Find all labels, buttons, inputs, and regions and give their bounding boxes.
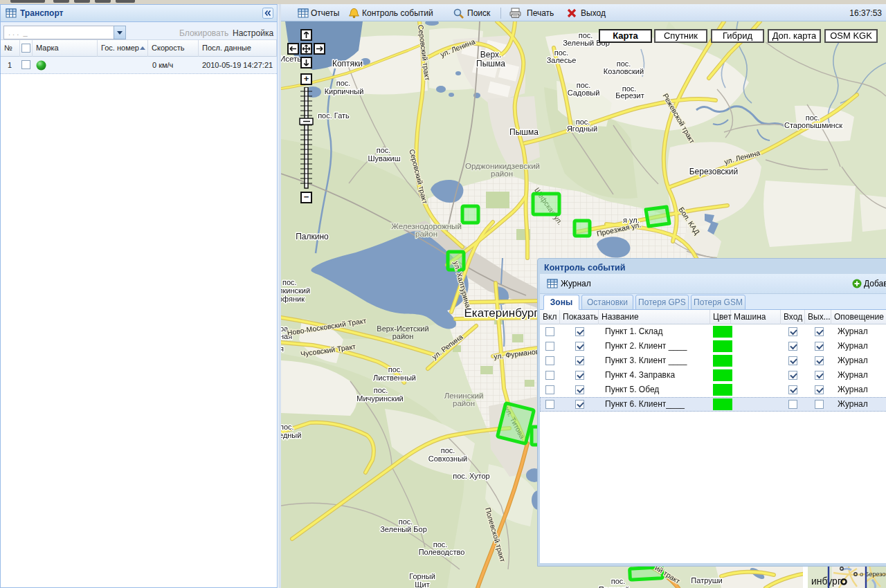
svg-text:Садовый: Садовый [568,89,600,97]
svg-text:рфяник: рфяник [281,295,305,303]
svg-text:Кирпичный: Кирпичный [325,87,364,95]
svg-text:Зеленый Бор: Зеленый Бор [380,525,427,533]
svg-text:пос. Хутор: пос. Хутор [453,472,489,480]
svg-text:Пышма: Пышма [509,127,539,137]
svg-text:Исеть: Исеть [281,55,301,63]
svg-text:пос.: пос. [282,278,297,286]
svg-text:пос.: пос. [377,146,391,154]
svg-text:о Березово: о Березово [860,571,886,578]
svg-text:пос.: пос. [336,79,351,87]
svg-text:Полевой: Полевой [599,585,629,588]
svg-text:Лиственный: Лиственный [373,374,416,382]
svg-text:Екатеринбург: Екатеринбург [464,306,539,320]
svg-text:Верх.: Верх. [480,50,502,59]
svg-text:пос.: пос. [281,423,294,431]
svg-text:Щит: Щит [415,580,430,588]
svg-text:Залесье: Залесье [547,56,577,64]
svg-text:Полеводство: Полеводство [419,548,465,556]
svg-text:пос.: пос. [441,446,455,454]
svg-text:Березовский: Березовский [689,167,739,176]
svg-text:Березит: Березит [615,91,644,100]
svg-text:Шувакиш: Шувакиш [368,154,400,163]
svg-text:Горный: Горный [409,572,435,580]
svg-text:я: я [281,344,284,353]
svg-text:пос.: пос. [374,386,388,394]
svg-text:пос.: пос. [388,365,403,374]
svg-text:район: район [392,332,414,340]
svg-text:едный: едный [281,431,301,439]
svg-text:Палкино: Палкино [296,232,329,241]
svg-text:инбург: инбург [811,576,841,587]
svg-text:Пышма: Пышма [476,59,505,68]
svg-text:Старопышминск: Старопышминск [784,121,842,129]
svg-text:район: район [415,230,437,238]
svg-text:Совхозный: Совхозный [428,454,467,463]
svg-text:Коптяки: Коптяки [332,59,363,68]
svg-text:район: район [491,169,513,178]
svg-text:лкинский: лкинский [281,286,310,295]
svg-text:Патруши: Патруши [691,576,722,585]
svg-text:район: район [453,399,475,407]
svg-text:Козловский: Козловский [604,67,644,75]
svg-text:Мичуринский: Мичуринский [356,394,403,403]
svg-text:пос.: пос. [611,577,626,585]
svg-text:Ягодный: Ягодный [567,125,597,133]
svg-text:пос. Гать: пос. Гать [318,111,350,120]
